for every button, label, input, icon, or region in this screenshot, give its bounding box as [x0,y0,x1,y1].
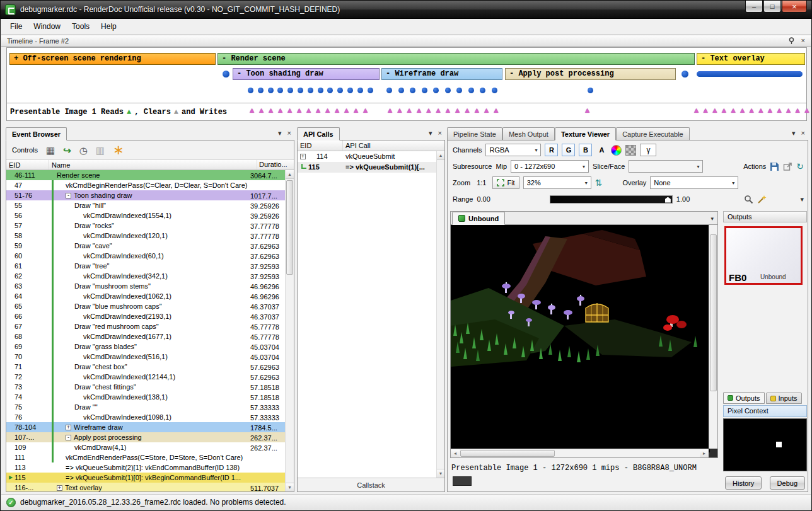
timeline-bar-render-scene[interactable]: - Render scene [218,53,695,65]
tab-api-calls[interactable]: API Calls [297,127,340,141]
event-browser-scrollbar[interactable]: ▴ ▾ [285,170,294,491]
scroll-right-icon[interactable]: ▸ [700,449,709,457]
usage-triangle[interactable]: ▲ [475,107,479,115]
right-panel-tab[interactable]: Mesh Output [502,127,555,140]
usage-triangle[interactable]: ▲ [750,107,754,115]
api-call-row[interactable]: 115 => vkQueueSubmit(1)[... [298,162,436,173]
event-row[interactable]: ▶65 Draw "blue mushroom caps" 46.37037 [6,301,285,311]
slice-face-select[interactable]: ▾ [629,160,703,173]
usage-triangle[interactable]: ▲ [250,107,254,115]
usage-triangle[interactable]: ▲ [585,107,589,115]
timeline-draw-dot[interactable] [433,88,439,93]
overlay-select[interactable]: None▾ [650,176,738,189]
texture-tab-list-icon[interactable]: ▾ [710,215,717,224]
api-call-row[interactable]: +114 vkQueueSubmit [298,151,436,162]
usage-triangle[interactable]: ▲ [712,107,717,115]
zoom-range-icon[interactable] [744,195,753,204]
timeline-event-dot[interactable] [223,71,229,78]
timeline-draw-dot[interactable] [318,88,323,93]
pixel-context-view[interactable] [723,418,807,471]
time-draws-icon[interactable]: ◷ [79,146,88,155]
timeline-draw-dot[interactable] [456,88,462,93]
timeline-draw-dot[interactable] [398,88,404,93]
tab-inputs[interactable]: Inputs [766,393,802,404]
right-panel-tab[interactable]: Pipeline State [447,127,502,140]
timeline-draw-dot[interactable] [298,88,303,93]
event-row[interactable]: ▶62 vkCmdDrawIndexed(342,1) 37.92593 [6,271,285,281]
tab-outputs[interactable]: Outputs [723,392,765,404]
menu-item[interactable]: Window [28,20,66,33]
right-panel-tab[interactable]: Texture Viewer [555,127,616,141]
timeline-draw-dot[interactable] [468,88,474,93]
column-eid[interactable]: EID [298,141,343,151]
usage-triangle[interactable]: ▲ [777,107,781,115]
range-slider[interactable] [550,195,673,204]
event-row[interactable]: ▶111 vkCmdEndRenderPass(C=Store, D=Store… [6,452,285,462]
timeline-bar-text-overlay[interactable]: - Text overlay [697,53,805,65]
callstack-section[interactable]: Callstack [298,478,444,491]
event-row[interactable]: ▶61 Draw "tree" 37.92593 [6,261,285,271]
minimize-button[interactable]: – [745,1,763,13]
timeline-draw-dot[interactable] [588,88,593,93]
texture-vertical-scrollbar[interactable] [709,225,717,449]
timeline-draw-dot[interactable] [368,88,373,93]
event-row[interactable]: ▶57 Draw "rocks" 37.77778 [6,221,285,231]
green-channel-button[interactable]: G [562,144,575,156]
usage-triangle[interactable]: ▲ [407,107,412,115]
usage-triangle[interactable]: ▲ [704,107,708,115]
timeline-draw-dot[interactable] [422,88,427,93]
event-row[interactable]: ▶78-104 +Wireframe draw 1784.5... [6,422,285,432]
timeline-draw-dot[interactable] [308,88,313,93]
tree-expander[interactable]: + [57,485,62,491]
event-row[interactable]: ▶74 vkCmdDrawIndexed(138,1) 57.18518 [6,392,285,402]
goto-eid-icon[interactable]: ↪ [63,146,71,155]
usage-triangle[interactable]: ▲ [786,107,791,115]
event-row[interactable]: ▶47 vkCmdBeginRenderPass(C=Clear, D=Clea… [6,180,285,190]
usage-triangle[interactable]: ▲ [297,107,301,115]
checkerboard-icon[interactable] [625,145,636,156]
fit-button[interactable]: Fit [492,176,519,189]
timeline-draw-dot[interactable] [347,88,353,93]
event-row[interactable]: ▶72 vkCmdDrawIndexed(12144,1) 57.62963 [6,372,285,382]
event-row[interactable]: ▶116-... +Text overlay 511.7037 [6,483,285,491]
usage-triangle[interactable]: ▲ [316,107,320,115]
timeline-event-dot[interactable] [682,71,688,78]
menu-item[interactable]: Help [95,20,122,33]
event-row[interactable]: ▶69 Draw "grass blades" 45.03704 [6,342,285,352]
scroll-left-icon[interactable]: ◂ [451,449,460,457]
usage-triangle[interactable]: ▲ [397,107,402,115]
panel-menu-icon[interactable]: ▾ [278,130,282,137]
tree-expander[interactable]: + [300,154,306,159]
flip-y-icon[interactable]: ⇅ [595,178,603,187]
usage-triangle[interactable]: ▲ [436,107,441,115]
scroll-up-icon[interactable]: ▴ [286,170,294,179]
toolbar-overflow-icon[interactable]: ▾ [800,196,804,203]
history-button[interactable]: History [725,476,762,490]
timeline-close-icon[interactable]: × [801,37,805,44]
tree-expander[interactable]: + [66,425,71,430]
select-columns-icon[interactable]: ▦ [46,146,55,155]
event-row[interactable]: ▶66 vkCmdDrawIndexed(2193,1) 46.37037 [6,311,285,321]
range-slider-thumb[interactable] [665,197,671,203]
timeline-draw-dot[interactable] [357,88,363,93]
zoom-1to1-button[interactable]: 1:1 [474,176,489,189]
panel-close-icon[interactable]: × [287,130,291,137]
timeline-draw-dot[interactable] [386,88,392,93]
event-row[interactable]: ▶59 Draw "cave" 37.62963 [6,241,285,251]
scrollbar-thumb[interactable] [710,234,717,391]
event-row[interactable]: ▶63 Draw "mushroom stems" 46.96296 [6,281,285,291]
texture-horizontal-scrollbar[interactable]: ◂ ▸ [451,449,709,457]
usage-triangle[interactable]: ▲ [388,107,392,115]
menu-item[interactable]: File [4,20,28,33]
channels-select[interactable]: RGBA▾ [485,144,541,156]
timeline-draw-dot[interactable] [327,88,333,93]
usage-triangle[interactable]: ▲ [455,107,460,115]
event-row[interactable]: ▶71 Draw "chest box" 57.62963 [6,362,285,372]
timeline-draw-dot[interactable] [480,88,485,93]
autofit-range-icon[interactable] [757,195,767,204]
tab-event-browser[interactable]: Event Browser [6,127,67,141]
scroll-down-icon[interactable]: ▾ [286,483,294,491]
timeline-draw-dot[interactable] [445,88,451,93]
timeline-draw-dot[interactable] [268,88,274,93]
usage-triangle[interactable]: ▲ [278,107,282,115]
